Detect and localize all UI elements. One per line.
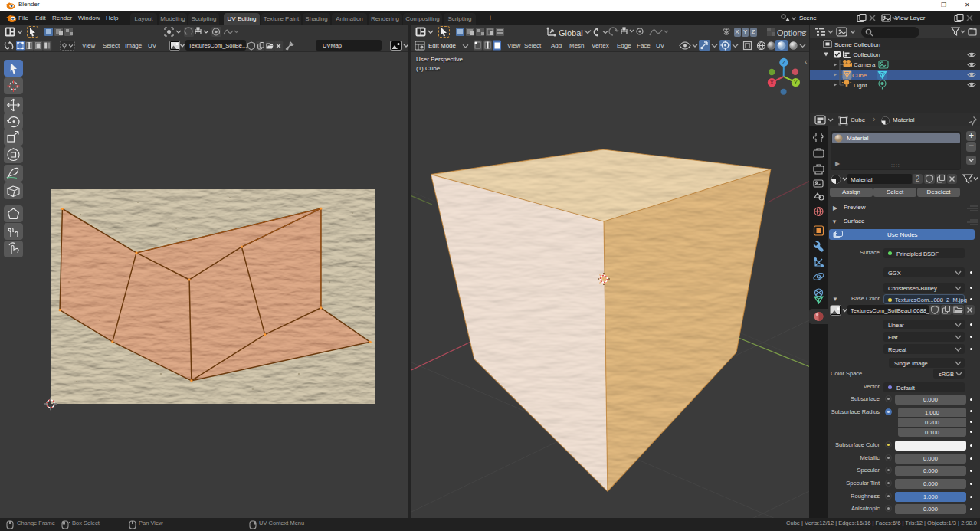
svg-text:Z: Z	[782, 60, 786, 65]
svg-text:X: X	[770, 80, 774, 85]
svg-text:Y: Y	[794, 80, 798, 85]
